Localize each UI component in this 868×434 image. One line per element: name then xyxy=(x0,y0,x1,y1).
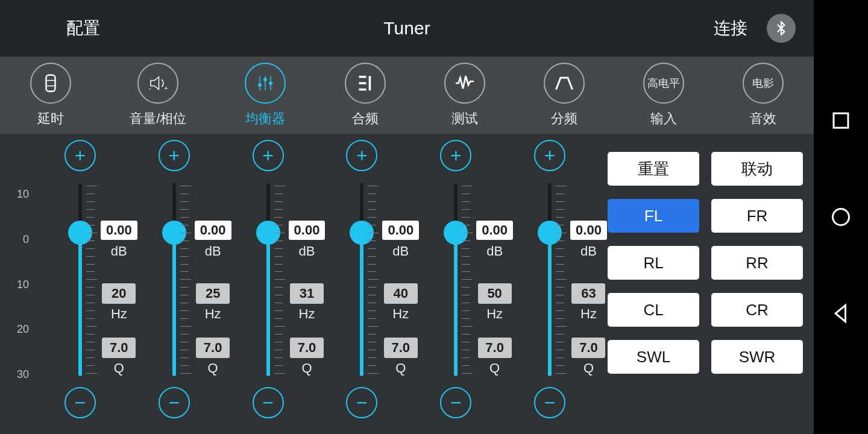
band-5-q-unit: Q xyxy=(489,360,500,376)
eq-band-6: +0.00dB63Hz7.0Q− xyxy=(503,140,597,434)
band-5-minus-button[interactable]: − xyxy=(440,387,471,418)
tab-volume-label: 音量/相位 xyxy=(130,110,186,128)
channel-link-button[interactable]: 联动 xyxy=(711,152,803,186)
main-area: 100102030 +0.00dB20Hz7.0Q−+0.00dB25Hz7.0… xyxy=(0,134,814,434)
connect-button[interactable]: 连接 xyxy=(714,17,747,40)
tab-delay[interactable]: 延时 xyxy=(30,63,71,128)
tab-merge-label: 合频 xyxy=(352,110,379,128)
band-6-minus-button[interactable]: − xyxy=(534,387,565,418)
tab-eq-label: 均衡器 xyxy=(245,110,285,128)
config-button[interactable]: 配置 xyxy=(66,17,100,40)
band-3-plus-button[interactable]: + xyxy=(253,140,284,171)
band-6-db-unit: dB xyxy=(570,244,607,259)
svg-text:-: - xyxy=(149,84,151,92)
band-4-q-unit: Q xyxy=(395,360,406,376)
tab-bar: 延时-+音量/相位均衡器合频测试分频高电平输入电影音效 xyxy=(0,57,814,134)
band-2-q-unit: Q xyxy=(208,360,218,376)
band-2-hz-unit: Hz xyxy=(205,306,221,322)
band-6-hz-unit: Hz xyxy=(580,306,597,322)
channel-swl-button[interactable]: SWL xyxy=(608,340,699,374)
tab-merge[interactable]: 合频 xyxy=(345,63,386,128)
band-5-hz-unit: Hz xyxy=(486,306,503,322)
tab-test[interactable]: 测试 xyxy=(444,63,485,128)
svg-point-8 xyxy=(258,83,262,87)
tab-xover-label: 分频 xyxy=(551,110,577,128)
tab-input[interactable]: 高电平输入 xyxy=(643,63,684,128)
recent-apps-icon[interactable] xyxy=(830,110,852,131)
tab-effect-label: 音效 xyxy=(750,110,776,128)
tab-effect-mode: 电影 xyxy=(752,76,774,90)
db-scale: 100102030 xyxy=(12,188,29,381)
band-1-minus-button[interactable]: − xyxy=(64,387,96,418)
android-nav-bar xyxy=(814,0,868,434)
home-icon[interactable] xyxy=(830,206,852,228)
band-3-q-unit: Q xyxy=(301,360,312,376)
band-1-q-unit: Q xyxy=(114,360,124,376)
band-1-slider[interactable]: 0.00dB20Hz7.0Q xyxy=(33,183,127,376)
trap-icon xyxy=(544,63,585,104)
tab-volume[interactable]: -+音量/相位 xyxy=(130,63,186,128)
tab-xover[interactable]: 分频 xyxy=(544,63,585,128)
svg-rect-12 xyxy=(834,113,848,128)
scale-tick: 20 xyxy=(12,323,29,336)
scale-tick: 0 xyxy=(12,233,29,246)
svg-rect-0 xyxy=(46,75,55,92)
band-4-hz-unit: Hz xyxy=(392,306,409,322)
eq-band-3: +0.00dB31Hz7.0Q− xyxy=(221,140,315,434)
eq-band-4: +0.00dB40Hz7.0Q− xyxy=(315,140,409,434)
tab-test-label: 测试 xyxy=(451,110,478,128)
eq-area: 100102030 +0.00dB20Hz7.0Q−+0.00dB25Hz7.0… xyxy=(0,134,603,434)
svg-point-9 xyxy=(263,78,267,81)
band-2-plus-button[interactable]: + xyxy=(159,140,190,171)
band-1-plus-button[interactable]: + xyxy=(64,140,96,171)
channel-rl-button[interactable]: RL xyxy=(608,246,699,280)
band-4-minus-button[interactable]: − xyxy=(346,387,377,418)
bluetooth-icon[interactable] xyxy=(767,14,796,43)
band-6-q-value[interactable]: 7.0 xyxy=(571,338,605,358)
scale-tick: 10 xyxy=(12,278,29,291)
channel-swr-button[interactable]: SWR xyxy=(711,340,803,374)
tab-eq[interactable]: 均衡器 xyxy=(245,63,286,128)
sliders-icon xyxy=(245,63,286,104)
band-2-slider[interactable]: 0.00dB25Hz7.0Q xyxy=(127,183,221,376)
app-screen: 配置 Tuner 连接 延时-+音量/相位均衡器合频测试分频高电平输入电影音效 … xyxy=(0,0,814,434)
tab-input-mode: 高电平 xyxy=(647,76,680,90)
svg-point-10 xyxy=(269,81,272,85)
band-6-db-value[interactable]: 0.00 xyxy=(570,221,607,240)
band-3-minus-button[interactable]: − xyxy=(253,387,284,418)
svg-text:+: + xyxy=(165,84,168,92)
band-4-slider[interactable]: 0.00dB40Hz7.0Q xyxy=(315,183,409,376)
scale-tick: 10 xyxy=(12,188,29,201)
svg-point-13 xyxy=(833,209,849,225)
eq-band-5: +0.00dB50Hz7.0Q− xyxy=(409,140,503,434)
band-2-minus-button[interactable]: − xyxy=(159,387,190,418)
channel-fl-button[interactable]: FL xyxy=(608,199,699,233)
band-4-plus-button[interactable]: + xyxy=(346,140,377,171)
channel-panel: 重置联动FLFRRLRRCLCRSWLSWR xyxy=(603,134,814,434)
band-6-slider[interactable]: 0.00dB63Hz7.0Q xyxy=(503,183,597,376)
channel-rr-button[interactable]: RR xyxy=(711,246,803,280)
channel-reset-button[interactable]: 重置 xyxy=(608,152,699,186)
band-5-slider[interactable]: 0.00dB50Hz7.0Q xyxy=(409,183,503,376)
speaker-icon: -+ xyxy=(137,63,178,104)
tab-delay-label: 延时 xyxy=(37,110,64,128)
band-5-plus-button[interactable]: + xyxy=(440,140,471,171)
channel-fr-button[interactable]: FR xyxy=(711,199,803,233)
scale-tick: 30 xyxy=(12,368,29,381)
tab-effect[interactable]: 电影音效 xyxy=(743,63,784,128)
merge-icon xyxy=(345,63,386,104)
top-bar: 配置 Tuner 连接 xyxy=(0,0,814,57)
band-3-slider[interactable]: 0.00dB31Hz7.0Q xyxy=(221,183,315,376)
back-icon[interactable] xyxy=(830,303,852,324)
eq-band-2: +0.00dB25Hz7.0Q− xyxy=(127,140,221,434)
tab-input-label: 输入 xyxy=(650,110,677,128)
channel-cl-button[interactable]: CL xyxy=(608,293,699,327)
eq-bands: +0.00dB20Hz7.0Q−+0.00dB25Hz7.0Q−+0.00dB3… xyxy=(33,134,597,434)
band-1-hz-unit: Hz xyxy=(111,306,127,322)
band-6-plus-button[interactable]: + xyxy=(534,140,565,171)
app-title: Tuner xyxy=(383,18,430,39)
wave-icon xyxy=(444,63,485,104)
channel-cr-button[interactable]: CR xyxy=(711,293,803,327)
band-6-hz-value[interactable]: 63 xyxy=(571,283,605,304)
band-3-hz-unit: Hz xyxy=(299,306,315,322)
